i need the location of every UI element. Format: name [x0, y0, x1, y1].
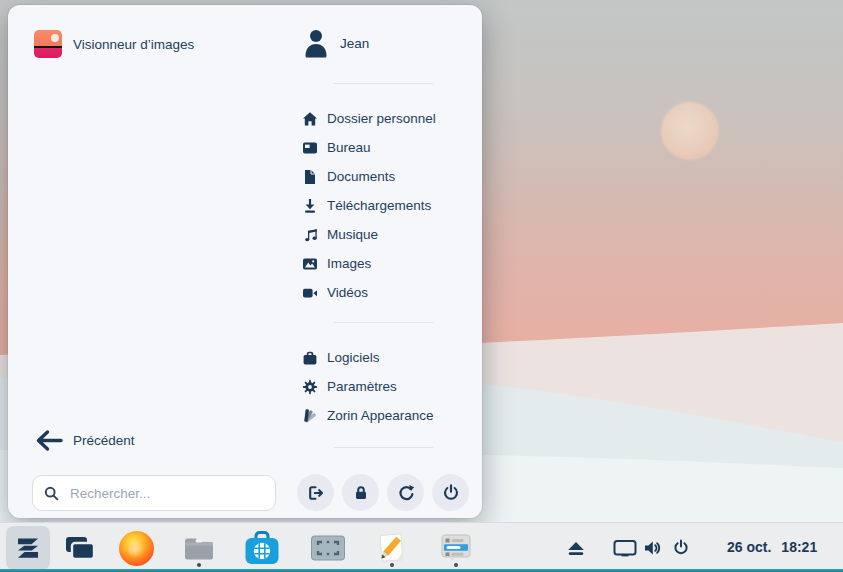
zorin-appearance-icon: [302, 408, 318, 424]
zorin-logo-icon: [12, 532, 44, 564]
tray-power-button[interactable]: [666, 534, 696, 562]
firefox-button[interactable]: [114, 526, 158, 570]
moon: [661, 102, 719, 160]
menu-item-parametres[interactable]: Paramètres: [302, 372, 434, 401]
volume-icon: [644, 540, 662, 556]
menu-item-videos[interactable]: Vidéos: [302, 278, 436, 307]
restart-icon: [397, 484, 415, 502]
menu-item-bureau[interactable]: Bureau: [302, 133, 436, 162]
places-list: Dossier personnel Bureau Documents Téléc…: [302, 104, 436, 307]
desktop-icon: [302, 140, 318, 156]
search-box: [32, 475, 276, 511]
download-icon: [302, 198, 318, 214]
home-icon: [302, 111, 318, 127]
menu-item-dossier-personnel[interactable]: Dossier personnel: [302, 104, 436, 133]
logout-button[interactable]: [297, 474, 334, 511]
search-icon: [44, 486, 59, 501]
taskbar: 26 oct. 18:21: [0, 522, 843, 572]
menu-item-musique[interactable]: Musique: [302, 220, 436, 249]
back-label: Précédent: [73, 433, 135, 448]
image-viewer-icon: [34, 30, 62, 58]
session-buttons: [297, 474, 469, 511]
gear-icon: [302, 379, 318, 395]
clock-date: 26 oct.: [727, 539, 771, 555]
back-arrow-icon: [34, 428, 63, 453]
clock[interactable]: 26 oct. 18:21: [727, 523, 817, 570]
user-button[interactable]: Jean: [302, 25, 369, 61]
store-icon: [244, 531, 280, 565]
music-icon: [302, 227, 318, 243]
running-indicator-files: [197, 563, 201, 567]
back-button[interactable]: Précédent: [34, 424, 135, 456]
app-menu-panel: Visionneur d’images Jean Dossier personn…: [8, 5, 482, 518]
menu-item-logiciels[interactable]: Logiciels: [302, 343, 434, 372]
display-button[interactable]: [610, 534, 640, 562]
software-bag-icon: [302, 350, 318, 366]
eject-button[interactable]: [561, 534, 591, 562]
system-list: Logiciels Paramètres Zorin Appe: [302, 343, 434, 430]
picture-icon: [302, 256, 318, 272]
software-store-button[interactable]: [240, 526, 284, 570]
clock-time: 18:21: [781, 539, 817, 555]
logout-icon: [307, 484, 325, 502]
text-editor-icon: [376, 532, 408, 564]
screenshot-tool-button[interactable]: [306, 526, 350, 570]
power-icon: [672, 539, 690, 557]
running-indicator-dialog-tool: [454, 563, 458, 567]
lock-icon: [352, 484, 370, 502]
dialog-icon: [441, 534, 471, 562]
separator: [334, 322, 433, 323]
power-icon: [442, 484, 460, 502]
zorin-menu-button[interactable]: [6, 526, 50, 570]
firefox-icon: [119, 531, 154, 566]
search-input[interactable]: [68, 485, 264, 502]
running-indicator-text-editor: [390, 563, 394, 567]
separator: [334, 447, 433, 448]
menu-item-documents[interactable]: Documents: [302, 162, 436, 191]
restart-button[interactable]: [387, 474, 424, 511]
separator: [334, 83, 433, 84]
menu-item-images[interactable]: Images: [302, 249, 436, 278]
display-icon: [613, 539, 637, 558]
app-label: Visionneur d’images: [73, 37, 194, 52]
lock-button[interactable]: [342, 474, 379, 511]
screenshot-icon: [310, 534, 346, 562]
user-avatar-icon: [302, 27, 330, 59]
power-button[interactable]: [432, 474, 469, 511]
folder-icon: [182, 534, 216, 562]
video-icon: [302, 285, 318, 301]
user-name: Jean: [340, 36, 369, 51]
volume-button[interactable]: [638, 534, 668, 562]
window-switcher-button[interactable]: [58, 526, 102, 570]
windows-icon: [64, 535, 96, 562]
eject-icon: [567, 541, 585, 556]
document-icon: [302, 169, 318, 185]
menu-item-telechargements[interactable]: Téléchargements: [302, 191, 436, 220]
menu-item-zorin-appearance[interactable]: Zorin Appearance: [302, 401, 434, 430]
menu-app-image-viewer[interactable]: Visionneur d’images: [34, 27, 194, 61]
